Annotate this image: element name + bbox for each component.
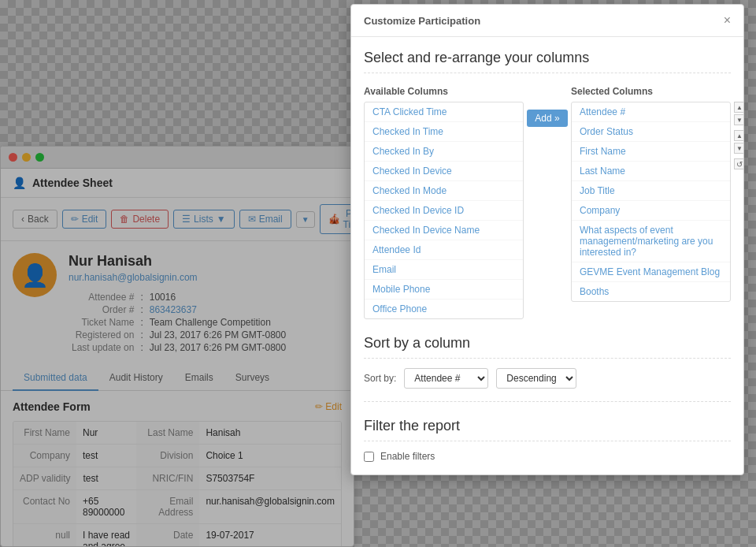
modal-title: Customize Participation: [364, 15, 480, 27]
sel-col-booths[interactable]: Booths: [572, 282, 730, 301]
refresh-button[interactable]: ↺: [734, 158, 743, 169]
modal-close-button[interactable]: ×: [724, 14, 731, 27]
col-item-attendee-id[interactable]: Attendee Id: [365, 240, 523, 260]
sel-col-order-status[interactable]: Order Status: [572, 122, 730, 142]
sort-direction-select[interactable]: Ascending Descending: [496, 368, 576, 389]
col-item-cta[interactable]: CTA Clicked Time: [365, 102, 523, 122]
available-columns-list: CTA Clicked Time Checked In Time Checked…: [364, 102, 524, 319]
sort-row: Sort by: Attendee # Order Status First N…: [364, 368, 731, 389]
col-item-checked-in-device[interactable]: Checked In Device: [365, 162, 523, 181]
sort-by-label: Sort by:: [364, 373, 396, 384]
modal-main-title: Select and re-arrange your columns: [364, 50, 731, 73]
modal-header: Customize Participation ×: [351, 5, 743, 37]
modal-body: Select and re-arrange your columns Avail…: [351, 37, 743, 474]
enable-filters-label: Enable filters: [380, 451, 435, 462]
enable-filters-checkbox[interactable]: [364, 452, 374, 462]
filter-section: Filter the report Enable filters: [364, 418, 731, 462]
sel-col-company[interactable]: Company: [572, 201, 730, 221]
col-item-office-phone[interactable]: Office Phone: [365, 300, 523, 318]
col-item-email[interactable]: Email: [365, 260, 523, 280]
available-columns-section: Available Columns CTA Clicked Time Check…: [364, 86, 524, 319]
customize-participation-modal: Customize Participation × Select and re-…: [350, 4, 744, 475]
sel-col-aspects[interactable]: What aspects of event management/marketi…: [572, 221, 730, 262]
col-item-checked-in-time[interactable]: Checked In Time: [365, 122, 523, 142]
selected-columns-list: Attendee # Order Status First Name Last …: [571, 102, 731, 302]
sel-col-job-title[interactable]: Job Title: [572, 181, 730, 201]
selected-columns-header: Selected Columns: [571, 86, 731, 97]
scroll-down-button[interactable]: ▼: [734, 114, 743, 125]
filter-checkbox-row: Enable filters: [364, 451, 731, 462]
sel-col-gevme[interactable]: GEVME Event Management Blog: [572, 262, 730, 282]
scroll-down2-button[interactable]: ▼: [734, 143, 743, 154]
col-actions: Add »: [524, 86, 571, 127]
available-columns-header: Available Columns: [364, 86, 524, 97]
col-item-checked-in-by[interactable]: Checked In By: [365, 142, 523, 162]
filter-title: Filter the report: [364, 418, 731, 441]
scroll-up-button[interactable]: ▲: [734, 102, 743, 113]
sort-section: Sort by a column Sort by: Attendee # Ord…: [364, 335, 731, 402]
sel-col-first-name[interactable]: First Name: [572, 142, 730, 162]
sort-title: Sort by a column: [364, 335, 731, 359]
selected-columns-section: Selected Columns Attendee # Order Status…: [571, 86, 731, 302]
add-column-button[interactable]: Add »: [527, 110, 567, 127]
sel-col-last-name[interactable]: Last Name: [572, 162, 730, 181]
col-item-checked-in-mode[interactable]: Checked In Mode: [365, 181, 523, 201]
sel-col-attendee[interactable]: Attendee #: [572, 102, 730, 122]
col-item-checked-in-device-name[interactable]: Checked In Device Name: [365, 221, 523, 240]
col-item-mobile-phone[interactable]: Mobile Phone: [365, 280, 523, 300]
col-item-checked-in-device-id[interactable]: Checked In Device ID: [365, 201, 523, 221]
scroll-up2-button[interactable]: ▲: [734, 130, 743, 141]
sort-column-select[interactable]: Attendee # Order Status First Name Last …: [404, 368, 488, 389]
columns-area: Available Columns CTA Clicked Time Check…: [364, 86, 731, 319]
